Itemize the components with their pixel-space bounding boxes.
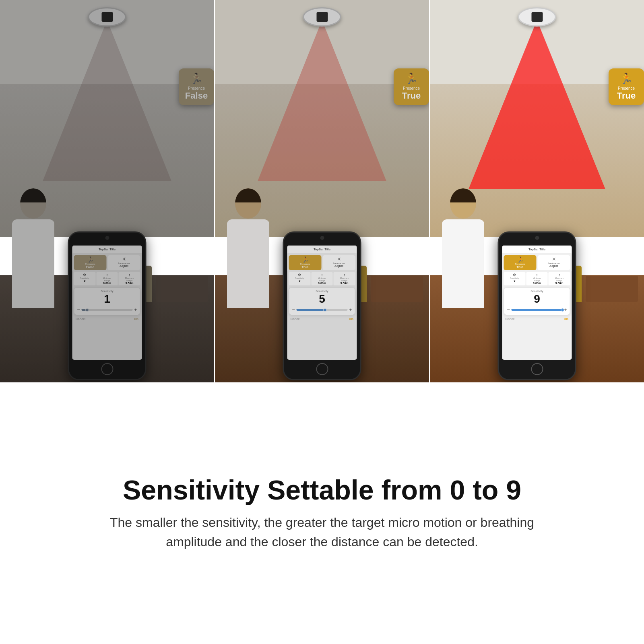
phone-1: TopBar Title 🏃 Presence False ☀ Luminanc… <box>68 231 147 380</box>
sens-val-ctrl-2: 9 <box>290 279 310 282</box>
luminance-card-3: ☀ Luminance Adjust <box>538 255 570 270</box>
minus-icon-2[interactable]: − <box>292 307 295 313</box>
slider-row-2: − + <box>292 307 352 313</box>
panel-2-wrapper: TopBar Title 🏃 Presence True ☀ Luminance… <box>215 0 429 382</box>
adj-lbl-3: Adjust <box>539 264 569 267</box>
head-1 <box>20 188 46 219</box>
slider-track-1[interactable] <box>81 309 133 311</box>
ctrl-row-1: ⚙ Sensitivity 9 ↕ MinimumRange 0.00m ↕ M… <box>72 271 142 287</box>
person-3 <box>442 188 484 308</box>
presence-badge-2: 🏃 Presence True <box>394 68 429 105</box>
maxrange-val-1: 9.50m <box>120 282 140 285</box>
hair-2 <box>235 188 261 202</box>
minrange-val-1: 0.00m <box>97 282 117 285</box>
plus-icon-1[interactable]: + <box>134 307 137 313</box>
slider-fill-2 <box>296 309 325 311</box>
head-3 <box>450 188 476 219</box>
cancel-btn-1[interactable]: Cancel <box>76 317 86 321</box>
phone-camera-2 <box>320 236 324 240</box>
cancel-btn-2[interactable]: Cancel <box>291 317 301 321</box>
presence-badge-3: 🏃 Presence True <box>609 68 644 105</box>
divider-2 <box>429 0 430 382</box>
gear-icon-1: ⚙ <box>75 273 95 277</box>
slider-row-1: − + <box>77 307 137 313</box>
maxrange-val-3: 9.50m <box>549 282 570 285</box>
presence-val-sm-2: True <box>290 265 320 269</box>
gear-ctrl-2: ⚙ Sensitivity 9 <box>289 272 311 285</box>
presence-badge-value-3: True <box>614 91 638 101</box>
adj-lbl-1: Adjust <box>109 264 139 267</box>
status-row-2: 🏃 Presence True ☀ Luminance Adjust <box>287 254 357 271</box>
minrange-label-2: MinimumRange <box>312 277 332 282</box>
minus-icon-3[interactable]: − <box>507 307 510 313</box>
sens-val-ctrl-1: 9 <box>75 279 95 282</box>
presence-badge-value-1: False <box>184 91 208 101</box>
sens-val-ctrl-3: 9 <box>505 279 525 282</box>
sensor-3 <box>518 7 556 27</box>
subtext: The smaller the sensitivity, the greater… <box>80 513 564 551</box>
minrange-ctrl-3: ↕ MinimumRange 0.00m <box>526 272 548 285</box>
slider-track-3[interactable] <box>511 309 563 311</box>
table-2 <box>371 276 423 302</box>
head-2 <box>235 188 261 219</box>
phone-2: TopBar Title 🏃 Presence True ☀ Luminance… <box>283 231 361 380</box>
main-container: TopBar Title 🏃 Presence False ☀ Luminanc… <box>0 0 644 644</box>
sun-icon-2: ☀ <box>324 256 354 262</box>
topbar-title-1: TopBar Title <box>99 248 116 251</box>
slider-thumb-3 <box>561 308 564 312</box>
minus-icon-1[interactable]: − <box>77 307 80 313</box>
run-badge-icon-3: 🏃 <box>614 72 638 85</box>
presence-card-2: 🏃 Presence True <box>289 255 322 270</box>
phone-3: TopBar Title 🏃 Presence True ☀ Luminance… <box>498 231 576 380</box>
phone-camera-1 <box>105 236 109 240</box>
gear-ctrl-1: ⚙ Sensitivity 9 <box>74 272 96 285</box>
run-badge-icon-1: 🏃 <box>184 72 208 85</box>
presence-val-sm-3: True <box>505 265 535 269</box>
gear-icon-3: ⚙ <box>505 273 525 277</box>
arrow2-icon-3: ↕ <box>549 273 570 277</box>
slider-thumb-2 <box>323 308 327 312</box>
home-btn-3[interactable] <box>531 363 543 375</box>
luminance-card-1: ☀ Luminance Adjust <box>108 255 140 270</box>
run-badge-icon-2: 🏃 <box>399 72 423 85</box>
cancel-btn-3[interactable]: Cancel <box>506 317 516 321</box>
arrow2-icon-1: ↕ <box>120 273 140 277</box>
slider-fill-3 <box>511 309 563 311</box>
topbar-title-3: TopBar Title <box>528 248 545 251</box>
popup-actions-3: Cancel OK <box>502 316 572 322</box>
ok-btn-3[interactable]: OK <box>564 317 569 321</box>
ok-btn-1[interactable]: OK <box>134 317 139 321</box>
slider-value-1: 1 <box>77 293 137 305</box>
minrange-val-2: 0.00m <box>312 282 332 285</box>
maxrange-label-2: MaximumRange <box>334 277 355 282</box>
home-btn-2[interactable] <box>316 363 328 375</box>
home-btn-1[interactable] <box>101 363 113 375</box>
headline: Sensitivity Settable from 0 to 9 <box>123 475 521 505</box>
status-row-1: 🏃 Presence False ☀ Luminance Adjust <box>72 254 142 271</box>
arrow-icon-3: ↕ <box>527 273 547 277</box>
slider-track-2[interactable] <box>296 309 348 311</box>
maxrange-ctrl-2: ↕ MaximumRange 9.50m <box>334 272 355 285</box>
phone-screen-1: TopBar Title 🏃 Presence False ☀ Luminanc… <box>72 246 142 360</box>
minrange-ctrl-1: ↕ MinimumRange 0.00m <box>96 272 118 285</box>
gear-ctrl-3: ⚙ Sensitivity 9 <box>504 272 526 285</box>
topbar-title-2: TopBar Title <box>314 248 330 251</box>
minrange-val-3: 0.00m <box>527 282 547 285</box>
slider-thumb-1 <box>85 308 89 312</box>
presence-card-1: 🏃 Presence False <box>74 255 107 270</box>
run-icon-2: 🏃 <box>290 256 320 263</box>
person-1 <box>12 188 54 308</box>
adj-lbl-2: Adjust <box>324 264 354 267</box>
slider-popup-1: Sensitivity 1 − + <box>74 288 140 315</box>
status-row-3: 🏃 Presence True ☀ Luminance Adjust <box>502 254 572 271</box>
slider-title-3: Sensitivity <box>507 290 567 293</box>
arrow2-icon-2: ↕ <box>334 273 355 277</box>
presence-badge-label-3: Presence <box>614 86 638 91</box>
images-row: TopBar Title 🏃 Presence False ☀ Luminanc… <box>0 0 644 382</box>
ok-btn-2[interactable]: OK <box>349 317 354 321</box>
presence-badge-label-2: Presence <box>399 86 423 91</box>
plus-icon-2[interactable]: + <box>349 307 352 313</box>
sun-icon-3: ☀ <box>539 256 569 262</box>
minrange-ctrl-2: ↕ MinimumRange 0.00m <box>311 272 333 285</box>
slider-row-3: − + <box>507 307 567 313</box>
